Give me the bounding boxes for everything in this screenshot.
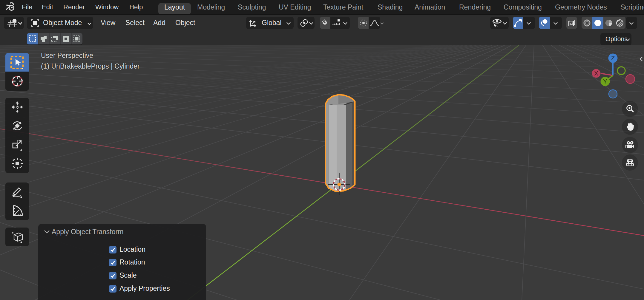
svg-text:Y: Y [603,78,607,85]
svg-text:Z: Z [611,55,615,61]
svg-text:X: X [594,70,598,77]
